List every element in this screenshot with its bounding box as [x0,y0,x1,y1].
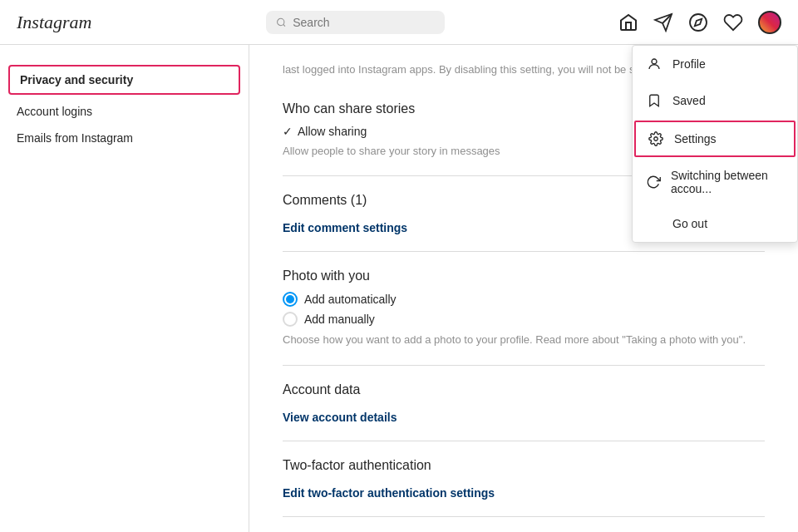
section-two-factor: Two-factor authentication Edit two-facto… [283,441,765,517]
heart-icon[interactable] [723,12,743,32]
section-photo-with-you: Photo with you Add automatically Add man… [283,252,765,366]
dropdown-item-settings[interactable]: Settings [634,121,796,157]
allow-sharing-label: Allow sharing [298,125,367,138]
photo-desc: Choose how you want to add a photo to yo… [283,332,765,348]
svg-line-1 [283,24,284,26]
refresh-icon [646,174,661,190]
svg-point-3 [690,14,707,31]
home-icon[interactable] [618,12,638,32]
dropdown-item-profile[interactable]: Profile [633,46,797,82]
dropdown-settings-label: Settings [674,132,717,145]
edit-comment-settings-link[interactable]: Edit comment settings [283,221,407,234]
person-icon [646,56,663,72]
checkmark-icon: ✓ [283,125,293,138]
svg-point-6 [654,137,658,141]
dropdown-item-saved[interactable]: Saved [633,82,797,119]
search-icon [276,17,287,28]
section-title-account-data: Account data [283,382,765,397]
dropdown-item-switch[interactable]: Switching between accou... [633,159,797,205]
gear-icon [648,131,664,147]
dropdown-profile-label: Profile [672,57,706,71]
dropdown-menu: Profile Saved Settings [632,45,798,243]
radio-add-manual[interactable]: Add manually [283,312,765,327]
dropdown-logout-label: Go out [672,217,707,230]
dropdown-overlay: Profile Saved Settings [632,45,798,243]
bookmark-icon [646,92,663,109]
header: Instagram [0,0,798,45]
logout-icon [646,215,663,232]
view-account-details-link[interactable]: View account details [283,411,397,424]
compass-icon[interactable] [688,12,708,32]
radio-manual-label: Add manually [304,313,375,326]
dropdown-saved-label: Saved [672,94,706,107]
search-bar[interactable] [266,11,445,34]
radio-auto-label: Add automatically [304,293,397,306]
instagram-logo: Instagram [17,12,91,33]
radio-auto-inner [286,295,294,303]
dropdown-item-logout[interactable]: Go out [633,205,797,242]
sidebar-item-account-logins[interactable]: Account logins [0,98,249,125]
sidebar: Privacy and security Account logins Emai… [0,45,249,532]
dropdown-switch-label: Switching between accou... [671,169,784,195]
edit-2fa-link[interactable]: Edit two-factor authentication settings [283,486,495,500]
avatar[interactable] [758,11,781,34]
radio-manual-outer[interactable] [283,312,298,327]
radio-group-photo: Add automatically Add manually [283,292,765,327]
svg-point-0 [277,18,283,25]
header-icons [618,11,781,34]
section-title-photo: Photo with you [283,268,765,283]
send-icon[interactable] [653,12,673,32]
radio-auto-outer[interactable] [283,292,298,307]
section-account-data: Account data View account details [283,366,765,441]
section-downloading-data: Downloading data Request file [283,517,765,533]
search-input[interactable] [293,16,435,29]
svg-marker-4 [695,18,702,25]
sidebar-item-emails[interactable]: Emails from Instagram [0,125,249,151]
radio-add-auto[interactable]: Add automatically [283,292,765,307]
svg-point-5 [652,59,657,64]
sidebar-item-privacy[interactable]: Privacy and security [8,65,240,95]
section-title-two-factor: Two-factor authentication [283,458,765,473]
